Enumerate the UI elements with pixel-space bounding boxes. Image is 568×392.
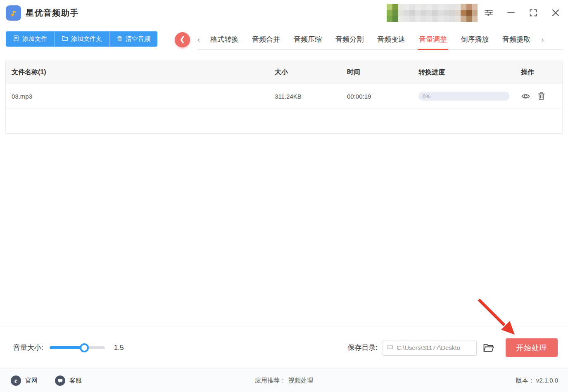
tab-4[interactable]: 音频分割: [335, 35, 364, 44]
tab-7[interactable]: 倒序播放: [461, 35, 489, 44]
column-header-progress: 转换进度: [418, 68, 517, 77]
tabs-scroll-right-icon[interactable]: ›: [541, 35, 544, 43]
table-row: 03.mp3311.24KB00:00:190%: [6, 83, 562, 109]
column-header-size: 大小: [275, 68, 347, 77]
file-name: 03.mp3: [6, 93, 275, 100]
volume-slider-fill: [50, 346, 84, 349]
add-folder-label: 添加文件夹: [71, 35, 102, 43]
add-folder-button[interactable]: 添加文件夹: [54, 31, 109, 47]
file-size: 311.24KB: [275, 93, 347, 100]
clear-audio-label: 清空音频: [126, 35, 150, 43]
titlebar: 星优音频助手: [0, 0, 568, 26]
footer-links: e 官网 客服: [11, 375, 82, 386]
progress-bar: 0%: [418, 92, 509, 101]
column-header-time: 时间: [347, 68, 418, 77]
video-processing-link[interactable]: 视频处理: [288, 377, 313, 385]
volume-slider-knob[interactable]: [80, 343, 89, 352]
chat-bubble-icon: [55, 375, 65, 386]
version-value: v2.1.0.0: [536, 377, 558, 385]
file-table: 文件名称(1) 大小 时间 转换进度 操作 03.mp3311.24KB00:0…: [5, 61, 563, 134]
maximize-icon[interactable]: [528, 8, 538, 18]
file-duration: 00:00:19: [347, 93, 418, 100]
volume-slider[interactable]: [50, 346, 105, 349]
delete-trash-icon[interactable]: [537, 92, 546, 101]
save-directory-input[interactable]: C:\Users\31177\Deskto: [383, 340, 477, 356]
settings-bar: 音量大小: 1.5 保存目录: C:\Users\31177\Deskto: [0, 326, 568, 369]
official-website-label: 官网: [25, 377, 38, 385]
table-header: 文件名称(1) 大小 时间 转换进度 操作: [6, 61, 562, 83]
browse-folder-icon[interactable]: [482, 342, 494, 353]
volume-label: 音量大小:: [13, 343, 43, 352]
app-logo-music-note-icon: [6, 5, 21, 21]
close-icon[interactable]: [551, 8, 561, 18]
settings-sliders-icon[interactable]: [484, 8, 494, 18]
progress-value: 0%: [423, 93, 430, 99]
preview-eye-icon[interactable]: [521, 92, 530, 101]
chevron-left-icon: ❮: [179, 35, 185, 44]
add-file-label: 添加文件: [22, 35, 47, 43]
save-directory-label: 保存目录:: [347, 343, 378, 352]
add-file-button[interactable]: 添加文件: [6, 31, 54, 47]
start-processing-button[interactable]: 开始处理: [506, 338, 558, 357]
app-window: 星优音频助手: [0, 0, 568, 392]
tab-3[interactable]: 音频压缩: [294, 35, 322, 44]
version-info: 版本： v2.1.0.0: [516, 377, 558, 385]
browser-e-icon: e: [11, 375, 21, 386]
file-toolbar: 添加文件 添加文件夹 清空音频: [6, 31, 157, 47]
minimize-icon[interactable]: [506, 8, 516, 18]
column-header-filename: 文件名称(1): [6, 68, 275, 77]
table-body: 03.mp3311.24KB00:00:190%: [6, 83, 562, 109]
function-tabs-bar: ‹ 格式转换音频合并音频压缩音频分割音频变速音量调整倒序播放音频提取 ›: [197, 30, 563, 50]
footer: e 官网 客服 应用推荐： 视频处理 版本： v2.1.0.0: [0, 368, 568, 392]
tab-6[interactable]: 音量调整: [419, 35, 447, 44]
folder-icon: [62, 35, 68, 43]
document-icon: [13, 35, 19, 43]
tab-1[interactable]: 格式转换: [210, 35, 238, 44]
official-website-link[interactable]: e 官网: [11, 375, 38, 386]
tab-2[interactable]: 音频合并: [252, 35, 280, 44]
volume-value: 1.5: [114, 344, 124, 352]
trash-icon: [116, 35, 123, 43]
clear-audio-button[interactable]: 清空音频: [109, 31, 157, 47]
app-recommendation: 应用推荐： 视频处理: [255, 377, 313, 385]
collapse-panel-button[interactable]: ❮: [175, 32, 190, 47]
tab-5[interactable]: 音频变速: [377, 35, 405, 44]
window-controls: [484, 0, 561, 26]
recommend-label: 应用推荐：: [255, 377, 286, 385]
save-directory-path: C:\Users\31177\Deskto: [397, 344, 460, 351]
user-account-blurred: [387, 4, 478, 22]
customer-service-link[interactable]: 客服: [55, 375, 82, 386]
tab-8[interactable]: 音频提取: [502, 35, 530, 44]
column-header-actions: 操作: [517, 68, 562, 77]
save-directory-group: 保存目录: C:\Users\31177\Deskto 开始处理: [347, 338, 558, 357]
customer-service-label: 客服: [69, 377, 82, 385]
function-tabs: 格式转换音频合并音频压缩音频分割音频变速音量调整倒序播放音频提取: [210, 35, 530, 44]
app-title: 星优音频助手: [26, 7, 79, 19]
version-label: 版本：: [516, 377, 535, 385]
empty-row: [6, 109, 562, 133]
tabs-scroll-left-icon[interactable]: ‹: [197, 35, 200, 43]
folder-small-icon: [387, 344, 393, 352]
